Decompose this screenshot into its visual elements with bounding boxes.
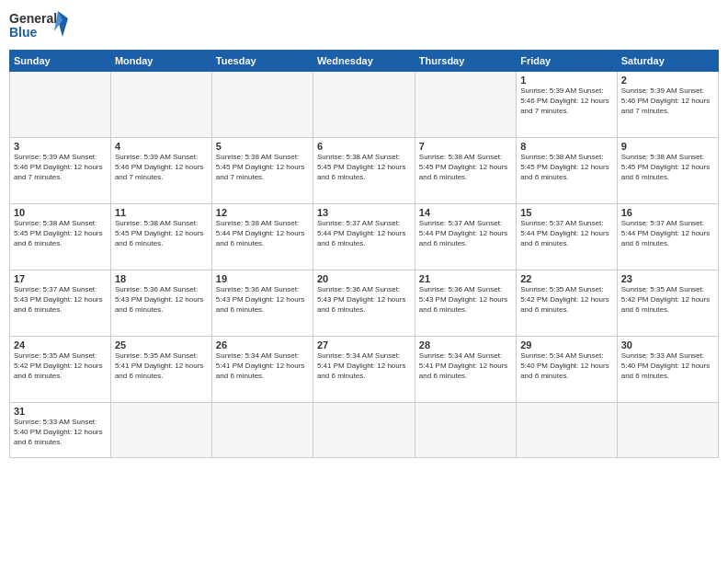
calendar-table: SundayMondayTuesdayWednesdayThursdayFrid…	[9, 50, 719, 458]
calendar-cell: 25Sunrise: 5:35 AM Sunset: 5:41 PM Dayli…	[110, 337, 211, 403]
day-number: 4	[115, 141, 208, 152]
calendar-cell: 13Sunrise: 5:37 AM Sunset: 5:44 PM Dayli…	[313, 204, 415, 270]
calendar-cell	[211, 403, 313, 458]
calendar-cell	[517, 403, 618, 458]
calendar-page: GeneralBlue SundayMondayTuesdayWednesday…	[0, 0, 728, 563]
day-number: 5	[216, 141, 309, 152]
calendar-cell: 8Sunrise: 5:38 AM Sunset: 5:45 PM Daylig…	[517, 138, 618, 204]
day-info: Sunrise: 5:34 AM Sunset: 5:41 PM Dayligh…	[317, 351, 411, 381]
calendar-cell	[110, 72, 211, 138]
day-info: Sunrise: 5:39 AM Sunset: 5:46 PM Dayligh…	[621, 86, 714, 116]
day-number: 7	[419, 141, 512, 152]
day-info: Sunrise: 5:33 AM Sunset: 5:40 PM Dayligh…	[621, 351, 714, 381]
day-info: Sunrise: 5:36 AM Sunset: 5:43 PM Dayligh…	[115, 285, 208, 315]
logo: GeneralBlue	[9, 9, 74, 44]
calendar-cell: 31Sunrise: 5:33 AM Sunset: 5:40 PM Dayli…	[10, 403, 111, 458]
day-info: Sunrise: 5:38 AM Sunset: 5:45 PM Dayligh…	[520, 153, 613, 182]
logo-svg: GeneralBlue	[9, 9, 74, 44]
day-info: Sunrise: 5:39 AM Sunset: 5:46 PM Dayligh…	[520, 86, 613, 116]
day-number: 10	[14, 207, 107, 218]
calendar-cell: 26Sunrise: 5:34 AM Sunset: 5:41 PM Dayli…	[211, 337, 313, 403]
weekday-header-saturday: Saturday	[617, 51, 718, 72]
day-number: 25	[115, 339, 208, 350]
calendar-cell: 9Sunrise: 5:38 AM Sunset: 5:45 PM Daylig…	[617, 138, 718, 204]
day-info: Sunrise: 5:33 AM Sunset: 5:40 PM Dayligh…	[14, 418, 107, 447]
calendar-cell	[110, 403, 211, 458]
day-info: Sunrise: 5:39 AM Sunset: 5:46 PM Dayligh…	[115, 153, 208, 182]
calendar-cell	[313, 403, 415, 458]
calendar-cell: 2Sunrise: 5:39 AM Sunset: 5:46 PM Daylig…	[617, 72, 718, 138]
day-info: Sunrise: 5:38 AM Sunset: 5:45 PM Dayligh…	[216, 153, 309, 182]
svg-text:Blue: Blue	[9, 25, 38, 40]
calendar-cell	[211, 72, 313, 138]
day-number: 29	[520, 339, 613, 350]
day-info: Sunrise: 5:37 AM Sunset: 5:44 PM Dayligh…	[317, 219, 411, 248]
day-info: Sunrise: 5:37 AM Sunset: 5:44 PM Dayligh…	[621, 219, 714, 248]
calendar-cell: 22Sunrise: 5:35 AM Sunset: 5:42 PM Dayli…	[517, 270, 618, 337]
calendar-cell: 18Sunrise: 5:36 AM Sunset: 5:43 PM Dayli…	[110, 270, 211, 337]
day-info: Sunrise: 5:38 AM Sunset: 5:45 PM Dayligh…	[621, 153, 714, 182]
day-info: Sunrise: 5:34 AM Sunset: 5:41 PM Dayligh…	[419, 351, 512, 381]
header: GeneralBlue	[9, 9, 719, 44]
calendar-cell: 16Sunrise: 5:37 AM Sunset: 5:44 PM Dayli…	[617, 204, 718, 270]
day-number: 14	[419, 207, 512, 218]
day-number: 9	[621, 141, 714, 152]
day-number: 28	[419, 339, 512, 350]
week-row-6: 31Sunrise: 5:33 AM Sunset: 5:40 PM Dayli…	[10, 403, 719, 458]
day-info: Sunrise: 5:34 AM Sunset: 5:40 PM Dayligh…	[520, 351, 613, 381]
day-number: 2	[621, 75, 714, 86]
day-number: 23	[621, 273, 714, 284]
calendar-cell: 5Sunrise: 5:38 AM Sunset: 5:45 PM Daylig…	[211, 138, 313, 204]
weekday-header-tuesday: Tuesday	[211, 51, 313, 72]
calendar-cell: 21Sunrise: 5:36 AM Sunset: 5:43 PM Dayli…	[415, 270, 516, 337]
day-number: 15	[520, 207, 613, 218]
day-info: Sunrise: 5:37 AM Sunset: 5:43 PM Dayligh…	[14, 285, 107, 315]
day-info: Sunrise: 5:36 AM Sunset: 5:43 PM Dayligh…	[216, 285, 309, 315]
day-info: Sunrise: 5:38 AM Sunset: 5:45 PM Dayligh…	[115, 219, 208, 248]
day-info: Sunrise: 5:37 AM Sunset: 5:44 PM Dayligh…	[520, 219, 613, 248]
calendar-cell: 1Sunrise: 5:39 AM Sunset: 5:46 PM Daylig…	[517, 72, 618, 138]
day-number: 17	[14, 273, 107, 284]
calendar-cell	[415, 72, 516, 138]
calendar-cell: 29Sunrise: 5:34 AM Sunset: 5:40 PM Dayli…	[517, 337, 618, 403]
calendar-cell: 10Sunrise: 5:38 AM Sunset: 5:45 PM Dayli…	[10, 204, 111, 270]
day-number: 13	[317, 207, 411, 218]
calendar-cell: 3Sunrise: 5:39 AM Sunset: 5:46 PM Daylig…	[10, 138, 111, 204]
day-info: Sunrise: 5:38 AM Sunset: 5:45 PM Dayligh…	[419, 153, 512, 182]
calendar-cell: 28Sunrise: 5:34 AM Sunset: 5:41 PM Dayli…	[415, 337, 516, 403]
day-info: Sunrise: 5:34 AM Sunset: 5:41 PM Dayligh…	[216, 351, 309, 381]
day-number: 3	[14, 141, 107, 152]
calendar-cell: 19Sunrise: 5:36 AM Sunset: 5:43 PM Dayli…	[211, 270, 313, 337]
day-number: 16	[621, 207, 714, 218]
week-row-2: 3Sunrise: 5:39 AM Sunset: 5:46 PM Daylig…	[10, 138, 719, 204]
calendar-cell: 4Sunrise: 5:39 AM Sunset: 5:46 PM Daylig…	[110, 138, 211, 204]
calendar-cell	[415, 403, 516, 458]
week-row-4: 17Sunrise: 5:37 AM Sunset: 5:43 PM Dayli…	[10, 270, 719, 337]
day-info: Sunrise: 5:35 AM Sunset: 5:42 PM Dayligh…	[621, 285, 714, 315]
calendar-cell: 14Sunrise: 5:37 AM Sunset: 5:44 PM Dayli…	[415, 204, 516, 270]
day-info: Sunrise: 5:38 AM Sunset: 5:45 PM Dayligh…	[14, 219, 107, 248]
day-number: 18	[115, 273, 208, 284]
weekday-header-wednesday: Wednesday	[313, 51, 415, 72]
calendar-cell	[617, 403, 718, 458]
day-number: 24	[14, 339, 107, 350]
day-number: 26	[216, 339, 309, 350]
weekday-header-row: SundayMondayTuesdayWednesdayThursdayFrid…	[10, 51, 719, 72]
day-number: 27	[317, 339, 411, 350]
weekday-header-thursday: Thursday	[415, 51, 516, 72]
day-number: 1	[520, 75, 613, 86]
day-number: 20	[317, 273, 411, 284]
day-number: 19	[216, 273, 309, 284]
weekday-header-monday: Monday	[110, 51, 211, 72]
day-info: Sunrise: 5:36 AM Sunset: 5:43 PM Dayligh…	[419, 285, 512, 315]
calendar-cell: 6Sunrise: 5:38 AM Sunset: 5:45 PM Daylig…	[313, 138, 415, 204]
day-number: 21	[419, 273, 512, 284]
calendar-cell: 24Sunrise: 5:35 AM Sunset: 5:42 PM Dayli…	[10, 337, 111, 403]
day-number: 6	[317, 141, 411, 152]
weekday-header-friday: Friday	[517, 51, 618, 72]
day-number: 22	[520, 273, 613, 284]
calendar-cell: 30Sunrise: 5:33 AM Sunset: 5:40 PM Dayli…	[617, 337, 718, 403]
day-info: Sunrise: 5:39 AM Sunset: 5:46 PM Dayligh…	[14, 153, 107, 182]
calendar-cell: 12Sunrise: 5:38 AM Sunset: 5:44 PM Dayli…	[211, 204, 313, 270]
calendar-cell: 7Sunrise: 5:38 AM Sunset: 5:45 PM Daylig…	[415, 138, 516, 204]
